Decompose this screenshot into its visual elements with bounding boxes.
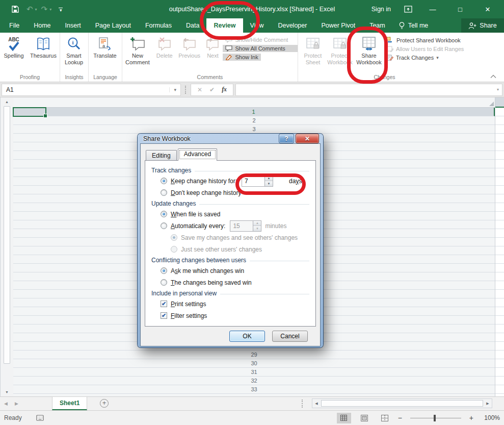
undo-icon[interactable]: ↶	[26, 5, 33, 14]
redo-icon[interactable]: ↷	[41, 5, 48, 14]
ribbon-tab-formulas[interactable]: Formulas	[138, 18, 179, 33]
auto-every-radio[interactable]	[161, 222, 167, 229]
sign-in-link[interactable]: Sign in	[372, 6, 391, 13]
confirm-entry-icon[interactable]: ✔	[209, 86, 215, 93]
row-header-33[interactable]: 33	[13, 385, 495, 394]
dialog-title-bar[interactable]: Share Workbook ? ✕	[140, 134, 321, 143]
row-header-1[interactable]: 1	[13, 108, 495, 116]
ribbon-tab-home[interactable]: Home	[26, 18, 58, 33]
horizontal-scrollbar[interactable]: ◀ ▶	[312, 398, 492, 408]
saved-win-label[interactable]: The changes being saved win	[171, 279, 252, 286]
previous-comment-button[interactable]: Previous	[176, 34, 203, 73]
col-header-A[interactable]: A	[495, 97, 504, 108]
spelling-button[interactable]: ABC Spelling	[0, 34, 28, 73]
scroll-up-icon[interactable]: ▲	[1, 97, 13, 106]
dialog-close-button[interactable]: ✕	[296, 134, 319, 143]
share-button-top[interactable]: Share	[461, 18, 504, 33]
ribbon-tab-insert[interactable]: Insert	[58, 18, 88, 33]
insert-function-icon[interactable]: fx	[222, 86, 227, 93]
smart-lookup-button[interactable]: i Smart Lookup	[60, 34, 88, 73]
name-box-dropdown-icon[interactable]: ▾	[169, 87, 180, 92]
keep-history-label[interactable]: Keep change history for:	[171, 178, 237, 185]
show-all-comments-button[interactable]: Show All Comments	[223, 45, 298, 52]
zoom-level[interactable]: 100%	[480, 414, 500, 421]
scroll-left-icon[interactable]: ◀	[312, 402, 321, 406]
tell-me-box[interactable]: Tell me	[392, 18, 435, 33]
vertical-scroll-thumb[interactable]	[4, 106, 10, 364]
dialog-help-button[interactable]: ?	[279, 134, 294, 143]
filter-settings-label[interactable]: Filter settings	[171, 312, 207, 319]
collapse-ribbon-icon[interactable]	[490, 74, 496, 79]
page-break-preview-button[interactable]	[378, 413, 392, 423]
saved-win-radio[interactable]	[161, 279, 167, 286]
when-saved-label[interactable]: When file is saved	[171, 211, 220, 218]
next-comment-button[interactable]: Next	[203, 34, 223, 73]
svg-text:i: i	[72, 39, 73, 45]
name-box[interactable]: A1 ▾	[2, 84, 181, 96]
horizontal-scroll-thumb[interactable]	[321, 400, 483, 407]
undo-dropdown-icon[interactable]: ▾	[35, 7, 37, 12]
protect-sheet-icon	[305, 35, 321, 53]
row-header-29[interactable]: 29	[13, 351, 495, 359]
ask-me-radio[interactable]	[161, 267, 167, 274]
ribbon-tab-developer[interactable]: Developer	[271, 18, 314, 33]
maximize-button[interactable]: □	[453, 6, 467, 13]
close-button[interactable]: ✕	[481, 6, 495, 13]
ribbon-tab-file[interactable]: File	[2, 18, 26, 33]
previous-sheet-icon[interactable]: ◀	[4, 401, 8, 406]
auto-every-label[interactable]: Automatically every:	[171, 222, 225, 230]
protect-shared-workbook-button[interactable]: Protect Shared Workbook	[384, 36, 473, 44]
expand-formula-bar-icon[interactable]: ▾	[497, 87, 502, 92]
allow-users-button[interactable]: Allow Users to Edit Ranges	[384, 45, 473, 53]
scroll-right-icon[interactable]: ▶	[484, 402, 492, 406]
ribbon-tab-page-layout[interactable]: Page Layout	[88, 18, 138, 33]
row-header-2[interactable]: 2	[13, 116, 495, 125]
tab-bar-divider[interactable]	[302, 399, 303, 408]
filter-settings-checkbox[interactable]: ✔	[161, 312, 167, 319]
translate-button[interactable]: a Translate	[89, 34, 121, 73]
ribbon-display-options-icon[interactable]	[404, 6, 412, 13]
save-icon[interactable]	[11, 5, 19, 13]
minutes-spin-down-icon: ▼	[253, 226, 261, 231]
zoom-slider-thumb[interactable]	[434, 415, 436, 421]
redo-dropdown-icon[interactable]: ▾	[49, 7, 51, 12]
grid-canvas[interactable]	[495, 108, 504, 396]
select-all-corner[interactable]	[13, 97, 495, 108]
macro-record-icon[interactable]	[36, 415, 44, 421]
row-header-30[interactable]: 30	[13, 359, 495, 368]
row-header-3[interactable]: 3	[13, 125, 495, 134]
thesaurus-button[interactable]: Thesaurus	[28, 34, 59, 73]
page-layout-view-button[interactable]	[357, 413, 372, 423]
new-sheet-button[interactable]: +	[100, 399, 109, 408]
row-header-31[interactable]: 31	[13, 368, 495, 377]
scroll-down-icon[interactable]: ▼	[1, 388, 13, 396]
zoom-out-icon[interactable]: −	[398, 414, 402, 422]
cancel-entry-icon[interactable]: ✕	[197, 86, 202, 93]
next-sheet-icon[interactable]: ▶	[15, 401, 18, 406]
row-header-32[interactable]: 32	[13, 377, 495, 385]
keep-history-radio[interactable]	[161, 178, 167, 184]
dont-keep-history-label[interactable]: Don't keep change history	[171, 189, 241, 196]
delete-comment-button[interactable]: Delete	[153, 34, 176, 73]
track-changes-button[interactable]: Track Changes ▾	[384, 54, 441, 61]
customize-qat-icon[interactable]: ▾	[59, 8, 63, 11]
zoom-slider[interactable]	[410, 418, 461, 418]
protect-sheet-button[interactable]: Protect Sheet	[300, 34, 326, 73]
print-settings-label[interactable]: Print settings	[171, 301, 206, 308]
zoom-in-icon[interactable]: +	[469, 414, 473, 422]
show-ink-button[interactable]: Show Ink	[223, 54, 260, 61]
vertical-scrollbar[interactable]: ▲ ▼	[0, 97, 13, 396]
sheet-tab-sheet1[interactable]: Sheet1	[52, 397, 87, 410]
ok-button[interactable]: OK	[229, 331, 265, 342]
print-settings-checkbox[interactable]: ✔	[161, 301, 167, 307]
dialog-tab-advanced[interactable]: Advanced	[178, 148, 217, 161]
dont-keep-history-radio[interactable]	[161, 189, 167, 196]
normal-view-button[interactable]	[337, 413, 351, 423]
cancel-button[interactable]: Cancel	[272, 331, 308, 342]
dialog-tab-editing[interactable]: Editing	[146, 150, 177, 160]
minimize-button[interactable]: —	[426, 6, 440, 13]
ask-me-label[interactable]: Ask me which changes win	[171, 267, 244, 274]
when-saved-radio[interactable]	[161, 211, 167, 217]
formula-input[interactable]: ▾	[235, 84, 502, 96]
new-comment-button[interactable]: New Comment	[122, 34, 153, 73]
